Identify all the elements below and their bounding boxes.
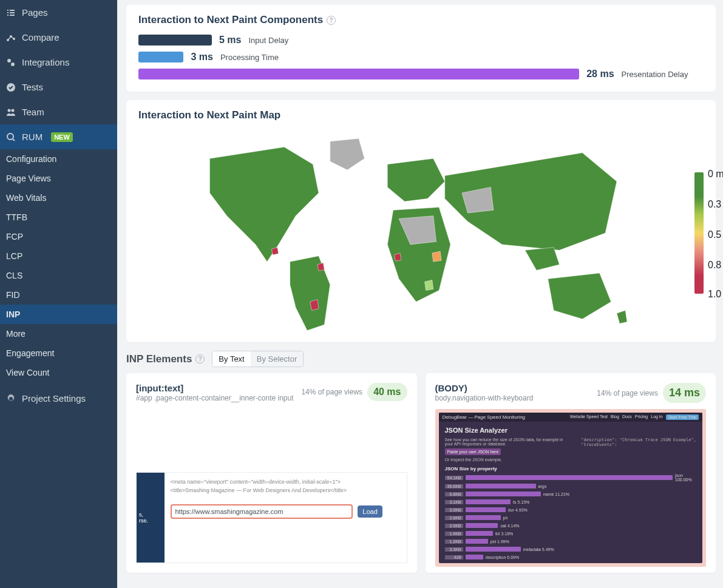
component-value: 28 ms [586,69,614,79]
component-label: Input Delay [248,36,288,45]
card-header: (BODY) body.navigation-with-keyboard 14%… [435,383,707,403]
preview-meta: <meta name="viewport" content="width=dev… [171,479,401,485]
sidebar-sub-configuration[interactable]: Configuration [0,149,117,169]
sidebar-item-label: Tests [22,82,43,92]
element-preview: DebugBear — Page Speed Monitoring Websit… [435,409,707,567]
map-legend: 0 ms 0.3 s 0.5 s 0.8 s 1.0 s [694,172,704,294]
preview-desc: See how you can reduce the size of JSON … [445,438,569,446]
nav-link: Pricing [635,414,648,420]
inp-components-panel: Interaction to Next Paint Components ? 5… [126,5,716,92]
card-title-block: [input:text] #app .page-content-containe… [136,383,294,402]
inp-map-panel: Interaction to Next Paint Map [126,100,716,342]
sidebar-sub-more[interactable]: More [0,324,117,343]
sidebar-item-label: Pages [22,7,48,18]
sidebar-item-label: Project Settings [22,393,86,404]
preview-load-button: Load [358,505,382,518]
sidebar-sub-fid[interactable]: FID [0,285,117,305]
panel-title: Interaction to Next Paint Components ? [138,14,704,26]
nav-link: Website Speed Test [570,414,608,420]
preview-rows-title: JSON Size by property [445,466,697,471]
elements-grid: [input:text] #app .page-content-containe… [126,373,716,573]
world-map[interactable] [138,130,682,336]
sidebar-item-team[interactable]: Team [0,100,117,124]
check-icon [6,83,16,92]
component-bar [138,69,579,79]
sidebar-item-rum[interactable]: RUM NEW [0,124,117,149]
json-size-row: 2.5KBcat 4.14% [445,522,697,529]
sidebar-item-label: Team [22,107,44,117]
legend-gradient [694,172,704,294]
sidebar-sub-pageviews[interactable]: Page Views [0,169,117,188]
sidebar-sub-inp[interactable]: INP [0,305,117,324]
sidebar-item-label: RUM [22,132,42,142]
component-row-input-delay: 5 ms Input Delay [138,35,704,46]
json-size-row: 1.9KBtid 3.18% [445,530,697,537]
svg-point-6 [8,109,11,112]
svg-point-7 [12,109,15,112]
tab-by-selector[interactable]: By Selector [251,351,303,367]
panel-title-text: Interaction to Next Paint Map [138,109,280,121]
sidebar-item-compare[interactable]: Compare [0,25,117,50]
svg-point-3 [7,59,11,63]
inp-value-badge: 14 ms [663,383,706,403]
json-size-row: 3.1KBts 5.15% [445,498,697,505]
help-icon[interactable]: ? [327,16,336,25]
sidebar-submenu: Configuration Page Views Web Vitals TTFB… [0,149,117,382]
json-size-row: 54.1KBjson 100.00% [445,473,697,482]
nav-link: Docs [622,414,632,420]
element-preview: s,rse. <meta name="viewport" content="wi… [136,472,407,563]
new-badge: NEW [51,132,73,142]
json-size-row: 1.2KBpid 1.99% [445,538,697,545]
legend-label: 0 ms [708,169,723,180]
preview-paste-btn: Paste your own JSON here [445,448,501,455]
json-size-row: 6.8KBname 11.21% [445,490,697,498]
card-metrics: 14% of page views 40 ms [301,383,407,401]
map-body: 0 ms 0.3 s 0.5 s 0.8 s 1.0 s [138,130,704,336]
svg-point-8 [7,133,13,140]
tab-by-text[interactable]: By Text [212,351,250,367]
sidebar-item-pages[interactable]: Pages [0,0,117,25]
nav-link: Blog [611,414,619,420]
preview-content: <meta name="viewport" content="width=dev… [165,473,407,563]
sidebar: Pages Compare Integrations Tests Team [0,0,117,588]
json-size-row: 2.8KBph [445,514,697,521]
section-title-text: INP Elements [126,353,192,365]
inp-element-card[interactable]: (BODY) body.navigation-with-keyboard 14%… [426,373,716,573]
sidebar-item-integrations[interactable]: Integrations [0,50,117,75]
json-size-row: 3.3KBmetadata 5.49% [445,546,697,553]
sidebar-item-label: Compare [22,32,59,42]
json-size-row: 428description 0.69% [445,553,697,561]
element-title: (BODY) [435,383,534,393]
card-title-block: (BODY) body.navigation-with-keyboard [435,383,534,402]
sidebar-sub-cls[interactable]: CLS [0,266,117,285]
nav-cta: Start Free Trial [666,414,699,420]
panel-title: Interaction to Next Paint Map [138,109,704,121]
sidebar-sub-lcp[interactable]: LCP [0,246,117,266]
component-bar [138,35,212,46]
main-content: Interaction to Next Paint Components ? 5… [117,0,723,588]
element-selector: body.navigation-with-keyboard [435,394,534,402]
preview-note: Or inspect the JSON example. [445,458,569,462]
inp-element-card[interactable]: [input:text] #app .page-content-containe… [126,373,417,573]
sidebar-sub-ttfb[interactable]: TTFB [0,208,117,227]
sidebar-sub-engagement[interactable]: Engagement [0,343,117,363]
cog-icon [6,394,16,404]
section-title: INP Elements ? [126,353,205,365]
help-icon[interactable]: ? [195,354,205,363]
sidebar-item-tests[interactable]: Tests [0,75,117,100]
component-row-processing: 3 ms Processing Time [138,52,704,63]
sidebar-sub-fcp[interactable]: FCP [0,227,117,246]
legend-label: 1.0 s [708,289,723,300]
inp-elements-header: INP Elements ? By Text By Selector [126,351,716,367]
sidebar-sub-webvitals[interactable]: Web Vitals [0,188,117,208]
sidebar-sub-viewcount[interactable]: View Count [0,363,117,382]
component-bar [138,52,183,63]
pageviews-pct: 14% of page views [597,389,658,397]
sidebar-item-settings[interactable]: Project Settings [0,386,117,411]
component-label: Presentation Delay [622,70,688,79]
legend-label: 0.8 s [708,260,723,271]
legend-label: 0.3 s [708,199,723,210]
preview-h1: JSON Size Analyzer [445,427,697,434]
component-value: 3 ms [191,52,212,63]
card-header: [input:text] #app .page-content-containe… [136,383,407,402]
